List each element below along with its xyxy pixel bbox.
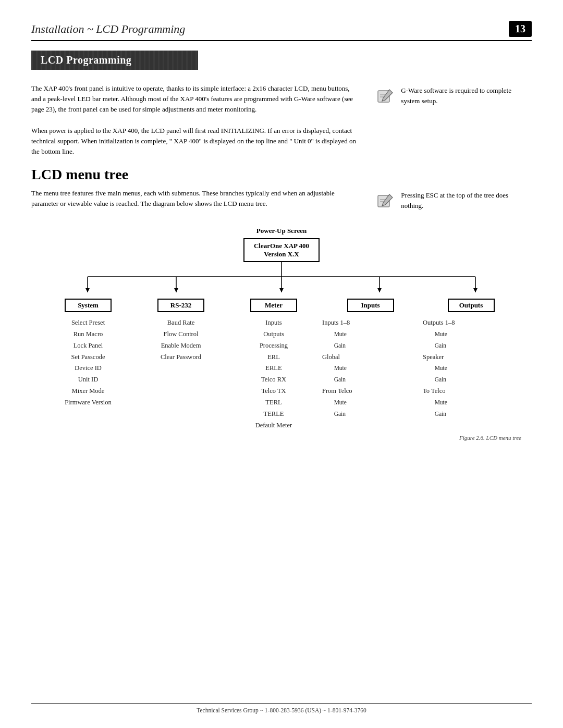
page-title: Installation ~ LCD Programming (31, 22, 185, 36)
tree-col-outputs: Outputs Outputs 1–8 Mute Gain Speaker Mu… (423, 299, 519, 431)
meter-item-4: ERL (267, 353, 280, 361)
system-item-4: Set Passcode (71, 353, 105, 361)
meter-item-3: Processing (260, 342, 288, 349)
meter-item-2: Outputs (263, 330, 284, 338)
page-header: Installation ~ LCD Programming 13 (31, 21, 532, 41)
inputs-group-2-main: Global (322, 353, 340, 361)
outputs-group-2-mute: Mute (423, 365, 447, 371)
note-icon (375, 87, 395, 110)
gware-note: G-Ware software is required to complete … (401, 85, 532, 106)
tree-columns: System Select Preset Run Macro Lock Pane… (42, 299, 521, 431)
intro-left: The XAP 400's front panel is intuitive t… (31, 83, 360, 157)
inputs-group-2-gain: Gain (322, 376, 346, 382)
meter-item-10: Default Meter (255, 422, 292, 429)
outputs-group-1-mute: Mute (423, 331, 447, 337)
intro-right: G-Ware software is required to complete … (375, 83, 532, 157)
svg-marker-17 (473, 288, 478, 292)
outputs-group-3-gain: Gain (423, 411, 446, 417)
meter-item-8: TERL (265, 399, 282, 406)
esc-note-icon (375, 191, 395, 215)
svg-marker-14 (174, 288, 178, 292)
tree-top: Power-Up Screen ClearOne XAP 400 Version… (42, 227, 521, 262)
col-items-rs232: Baud Rate Flow Control Enable Modem Clea… (161, 317, 201, 363)
inputs-group-3-main: From Telco (322, 387, 352, 394)
intro-section: The XAP 400's front panel is intuitive t… (31, 83, 532, 157)
col-items-system: Select Preset Run Macro Lock Panel Set P… (65, 317, 112, 409)
system-item-6: Unit ID (78, 376, 99, 383)
col-header-outputs: Outputs (448, 299, 495, 312)
svg-marker-13 (85, 288, 90, 292)
inputs-group-3-mute: Mute (322, 399, 347, 405)
outputs-group-3-mute: Mute (423, 399, 447, 405)
inputs-group-2-mute: Mute (322, 365, 347, 371)
system-item-5: Device ID (75, 364, 102, 372)
inputs-group-1-mute: Mute (322, 331, 347, 337)
menu-intro-section: The menu tree features five main menus, … (31, 188, 532, 215)
col-header-rs232: RS-232 (157, 299, 204, 312)
inputs-group-3-gain: Gain (322, 411, 346, 417)
col-header-system: System (65, 299, 112, 312)
col-header-meter: Meter (250, 299, 297, 312)
tree-col-system: System Select Preset Run Macro Lock Pane… (44, 299, 132, 431)
menu-intro-left: The menu tree features five main menus, … (31, 188, 360, 215)
tree-col-inputs: Inputs Inputs 1–8 Mute Gain Global Mute … (322, 299, 419, 431)
power-up-box: ClearOne XAP 400 Version X.X (243, 238, 320, 262)
figure-caption: Figure 2.6. LCD menu tree (42, 435, 521, 441)
svg-marker-15 (279, 288, 284, 292)
system-item-2: Run Macro (74, 330, 103, 338)
meter-item-5: ERLE (265, 364, 282, 372)
tree-col-meter: Meter Inputs Outputs Processing ERL ERLE… (229, 299, 318, 431)
system-item-8: Firmware Version (65, 399, 112, 406)
power-up-label: Power-Up Screen (256, 227, 307, 235)
outputs-group-2-gain: Gain (423, 376, 446, 382)
esc-note: Pressing ESC at the top of the tree does… (401, 190, 532, 211)
meter-item-9: TERLE (264, 410, 284, 417)
svg-marker-16 (377, 288, 382, 292)
rs232-item-4: Clear Password (161, 353, 201, 361)
outputs-group-2-main: Speaker (423, 353, 444, 361)
menu-intro-right: Pressing ESC at the top of the tree does… (375, 188, 532, 215)
rs232-item-3: Enable Modem (161, 342, 201, 349)
intro-para1: The XAP 400's front panel is intuitive t… (31, 83, 360, 115)
meter-item-6: Telco RX (261, 376, 286, 383)
outputs-group-3-main: To Telco (423, 387, 446, 394)
section-title: LCD Programming (31, 51, 198, 70)
col-items-outputs: Outputs 1–8 Mute Gain Speaker Mute Gain … (423, 317, 519, 420)
system-item-3: Lock Panel (74, 342, 103, 349)
power-up-line1: ClearOne XAP 400 (254, 242, 309, 250)
rs232-item-1: Baud Rate (167, 319, 194, 326)
inputs-group-1-gain: Gain (322, 342, 346, 349)
inputs-group-1-main: Inputs 1–8 (322, 319, 350, 326)
page-footer: Technical Services Group ~ 1-800-283-593… (31, 703, 532, 713)
system-item-1: Select Preset (71, 319, 105, 326)
tree-connectors-top (42, 262, 521, 299)
lcd-menu-title: LCD menu tree (31, 166, 532, 183)
page-number: 13 (509, 21, 532, 37)
intro-para2: When power is applied to the XAP 400, th… (31, 126, 360, 157)
meter-item-1: Inputs (265, 319, 282, 326)
system-item-7: Mixer Mode (72, 387, 105, 394)
rs232-item-2: Flow Control (163, 330, 198, 338)
meter-item-7: Telco TX (261, 387, 286, 394)
col-header-inputs: Inputs (347, 299, 394, 312)
col-items-inputs: Inputs 1–8 Mute Gain Global Mute Gain Fr… (322, 317, 419, 420)
outputs-group-1-gain: Gain (423, 342, 446, 349)
tree-diagram: Power-Up Screen ClearOne XAP 400 Version… (42, 227, 521, 446)
tree-col-rs232: RS-232 Baud Rate Flow Control Enable Mod… (137, 299, 225, 431)
footer-text: Technical Services Group ~ 1-800-283-593… (197, 707, 366, 713)
outputs-group-1-main: Outputs 1–8 (423, 319, 455, 326)
col-items-meter: Inputs Outputs Processing ERL ERLE Telco… (255, 317, 292, 431)
power-up-line2: Version X.X (254, 250, 309, 258)
